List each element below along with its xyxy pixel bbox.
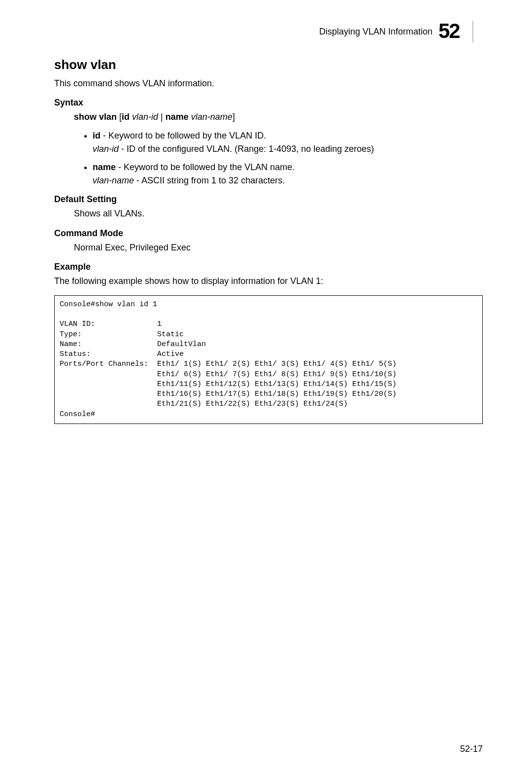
syntax-label: Syntax (54, 98, 483, 108)
syntax-bullet-list: id - Keyword to be followed by the VLAN … (74, 129, 483, 187)
keyword: name (93, 162, 116, 172)
syntax-line: show vlan [id vlan-id | name vlan-name] (74, 111, 483, 123)
command-title: show vlan (54, 57, 483, 72)
chapter-number-graphic: 52 (438, 20, 483, 43)
list-item: id - Keyword to be followed by the VLAN … (93, 129, 483, 156)
example-label: Example (54, 262, 483, 272)
param: vlan-id (93, 144, 119, 154)
command-mode-text: Normal Exec, Privileged Exec (74, 242, 483, 254)
example-text: The following example shows how to displ… (54, 275, 483, 287)
example-code-block: Console#show vlan id 1 VLAN ID: 1 Type: … (54, 295, 483, 424)
page-number: 52-17 (460, 744, 483, 754)
page-header: Displaying VLAN Information 52 (54, 20, 483, 43)
param: vlan-name (93, 176, 134, 185)
default-setting-text: Shows all VLANs. (74, 208, 483, 220)
command-intro: This command shows VLAN information. (54, 77, 483, 90)
svg-text:52: 52 (438, 20, 460, 42)
keyword: id (93, 131, 100, 141)
default-setting-label: Default Setting (54, 194, 483, 205)
list-item: name - Keyword to be followed by the VLA… (93, 161, 483, 187)
syntax-cmd: show vlan (74, 112, 117, 122)
command-mode-label: Command Mode (54, 228, 483, 239)
header-breadcrumb: Displaying VLAN Information (319, 27, 432, 37)
